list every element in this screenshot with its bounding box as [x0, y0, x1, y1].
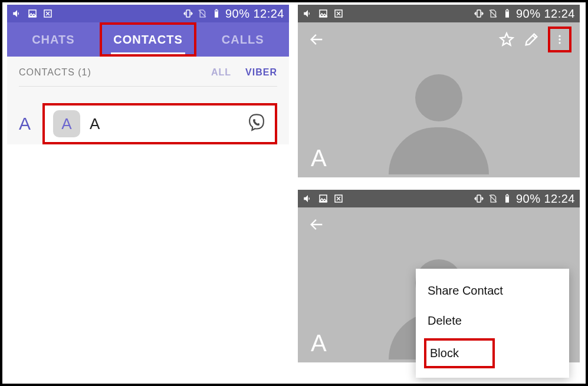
svg-rect-14 [477, 195, 481, 202]
overflow-menu: Share Contact Delete Block [416, 269, 569, 378]
panel-contact-menu: 90% 12:24 A Share Contact Delete Block [298, 190, 580, 362]
contacts-list-area: CONTACTS (1) ALL VIBER A A A [7, 57, 289, 144]
contact-row[interactable]: A A [42, 103, 277, 144]
close-box-icon [333, 193, 344, 204]
panel-contact-detail: 90% 12:24 A [298, 5, 580, 177]
vibrate-icon [474, 193, 484, 204]
close-box-icon [333, 8, 344, 19]
no-sim-icon [197, 8, 208, 19]
menu-block[interactable]: Block [424, 338, 495, 368]
contact-hero: A [298, 57, 580, 177]
status-bar: 90% 12:24 [7, 5, 289, 22]
battery-icon [502, 8, 513, 19]
image-icon [318, 8, 329, 19]
battery-icon [502, 193, 513, 204]
filter-all[interactable]: ALL [211, 67, 231, 78]
star-icon[interactable] [498, 31, 515, 48]
image-icon [318, 193, 329, 204]
clock: 12:24 [544, 192, 575, 206]
avatar-placeholder-icon [389, 74, 489, 174]
tutorial-collage: 90% 12:24 CHATS CONTACTS CALLS CONTACTS … [0, 0, 588, 386]
svg-rect-1 [186, 10, 190, 17]
avatar: A [53, 110, 80, 137]
battery-icon [211, 8, 222, 19]
svg-point-12 [559, 42, 560, 44]
section-letter: A [19, 114, 42, 134]
vibrate-icon [183, 8, 193, 19]
battery-percent: 90% [225, 7, 250, 21]
svg-rect-3 [215, 9, 217, 11]
detail-toolbar [298, 22, 580, 57]
svg-rect-4 [215, 11, 218, 12]
status-bar: 90% 12:24 [298, 5, 580, 22]
status-bar: 90% 12:24 [298, 190, 580, 207]
back-icon[interactable] [308, 216, 325, 233]
svg-rect-6 [477, 10, 481, 17]
contacts-header: CONTACTS (1) ALL VIBER [19, 64, 277, 87]
contact-section: A A A [19, 103, 277, 144]
contact-initial: A [311, 330, 327, 357]
detail-toolbar [298, 207, 580, 242]
volume-icon [12, 8, 22, 19]
volume-icon [303, 193, 313, 204]
tab-calls[interactable]: CALLS [196, 22, 289, 57]
menu-share-contact[interactable]: Share Contact [416, 276, 569, 306]
tab-contacts[interactable]: CONTACTS [100, 22, 197, 57]
clock: 12:24 [544, 7, 575, 21]
svg-point-11 [559, 38, 560, 40]
no-sim-icon [488, 8, 498, 19]
tab-bar: CHATS CONTACTS CALLS [7, 22, 289, 57]
menu-delete[interactable]: Delete [416, 306, 569, 336]
svg-point-10 [559, 35, 560, 37]
battery-percent: 90% [516, 7, 541, 21]
image-icon [27, 8, 38, 19]
contact-hero: A Share Contact Delete Block [298, 242, 580, 362]
contacts-count-label: CONTACTS (1) [19, 67, 91, 78]
contact-name: A [90, 115, 100, 133]
panel-contacts-list: 90% 12:24 CHATS CONTACTS CALLS CONTACTS … [7, 5, 289, 177]
vibrate-icon [474, 8, 484, 19]
svg-rect-9 [506, 11, 509, 12]
tab-chats[interactable]: CHATS [7, 22, 100, 57]
more-menu-button[interactable] [548, 27, 571, 52]
battery-percent: 90% [516, 192, 541, 206]
close-box-icon [42, 8, 53, 19]
no-sim-icon [488, 193, 498, 204]
svg-rect-8 [506, 9, 508, 11]
viber-call-icon[interactable] [247, 113, 267, 135]
clock: 12:24 [253, 7, 284, 21]
filter-viber[interactable]: VIBER [245, 67, 277, 78]
back-icon[interactable] [308, 31, 325, 48]
svg-rect-16 [506, 194, 508, 196]
svg-rect-17 [506, 196, 509, 197]
contact-initial: A [311, 145, 327, 171]
edit-icon[interactable] [523, 31, 540, 48]
volume-icon [303, 8, 313, 19]
